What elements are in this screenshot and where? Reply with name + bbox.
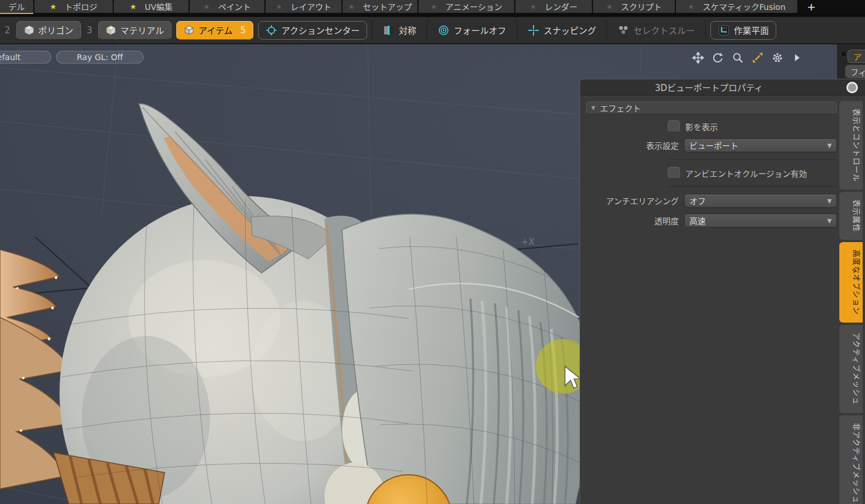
snapping-icon xyxy=(528,24,539,36)
star-icon: ★ xyxy=(688,3,695,10)
select-through-icon xyxy=(618,24,629,36)
panel-side-tabs: 表示とコントロール 表示属性 高度なオプション アクティブメッシュ 非アクティブ… xyxy=(839,101,863,504)
tab-label: アニメーション xyxy=(445,1,502,12)
chevron-down-icon: ▼ xyxy=(827,142,832,149)
falloff-icon xyxy=(438,24,449,36)
tab-label: スクリプト xyxy=(621,1,662,12)
toolbar-separator xyxy=(372,20,372,40)
axis-x-label: +X xyxy=(521,237,535,247)
star-icon: ★ xyxy=(50,3,57,10)
display-settings-label: 表示設定 xyxy=(586,139,684,151)
tab-animation[interactable]: ★ アニメーション xyxy=(418,0,514,13)
shading-preset-button[interactable]: efault xyxy=(0,51,51,64)
divider xyxy=(668,159,837,160)
panel-radio-button[interactable] xyxy=(846,82,858,93)
polygons-mode-button[interactable]: ポリゴン xyxy=(16,21,81,40)
ambient-occlusion-group: アンビエントオクルージョン有効 xyxy=(662,167,807,179)
settings-gear-icon[interactable] xyxy=(771,51,784,64)
modo-app-window: デル ★ トポロジ ★ UV編集 ★ ペイント ★ レイアウト ★ セットアップ… xyxy=(0,0,865,504)
tab-setup[interactable]: ★ セットアップ xyxy=(343,0,417,13)
raygl-toggle-button[interactable]: Ray GL: Off xyxy=(56,51,144,64)
show-shadows-row: 影を表示 xyxy=(586,120,837,132)
zoom-icon[interactable] xyxy=(731,51,744,64)
select-through-button[interactable]: セレクトスルー xyxy=(612,21,700,40)
side-tab-inactive-mesh[interactable]: 非アクティブメッシュ xyxy=(839,415,863,504)
display-settings-row: 表示設定 ビューポート ▼ xyxy=(586,138,837,152)
chevron-down-icon: ▼ xyxy=(827,218,832,224)
toolbar-separator xyxy=(427,20,427,40)
transparency-row: 透明度 高速 ▼ xyxy=(586,214,837,228)
tab-layout[interactable]: ★ レイアウト xyxy=(266,0,341,13)
transparency-value: 高速 xyxy=(689,215,827,226)
tab-script[interactable]: ★ スクリプト xyxy=(593,0,675,13)
ambient-occlusion-row: アンビエントオクルージョン有効 xyxy=(586,167,837,179)
tab-label: スケマティックFusion xyxy=(703,1,786,12)
toolbar-separator xyxy=(517,20,517,40)
action-center-label: アクションセンター xyxy=(281,24,360,36)
ambient-occlusion-checkbox[interactable] xyxy=(668,167,680,179)
dock-dot-icon[interactable] xyxy=(840,51,847,57)
action-center-icon xyxy=(266,24,277,36)
maximize-icon[interactable] xyxy=(751,51,764,64)
cube-icon xyxy=(24,25,34,36)
chevron-down-icon: ▼ xyxy=(827,198,832,204)
dock-tab-filter[interactable]: フィル xyxy=(845,65,865,78)
symmetry-icon xyxy=(383,24,395,36)
expand-arrow-icon[interactable] xyxy=(791,51,804,64)
tab-model[interactable]: デル xyxy=(0,0,33,14)
dock-tab-items[interactable]: ア xyxy=(847,50,865,63)
cube-icon xyxy=(184,25,194,36)
side-tab-display-attributes[interactable]: 表示属性 xyxy=(839,192,863,240)
tab-render[interactable]: ★ レンダー xyxy=(515,0,592,13)
panel-title-bar: 3Dビューポートプロパティ xyxy=(580,79,865,96)
show-shadows-checkbox[interactable] xyxy=(668,120,680,132)
show-shadows-group: 影を表示 xyxy=(662,120,718,132)
display-settings-value: ビューポート xyxy=(689,139,827,151)
tab-topology[interactable]: ★ トポロジ xyxy=(34,0,113,13)
snapping-label: スナッピング xyxy=(543,24,596,36)
tab-schematic-fusion[interactable]: ★ スケマティックFusion xyxy=(676,0,797,13)
materials-mode-button[interactable]: マテリアル xyxy=(98,21,172,40)
cube-icon xyxy=(106,25,116,36)
material-count: 3 xyxy=(86,25,94,36)
antialiasing-row: アンチエリアシング オフ ▼ xyxy=(586,194,837,208)
panel-title: 3Dビューポートプロパティ xyxy=(580,81,838,93)
action-center-button[interactable]: アクションセンター xyxy=(258,21,367,40)
star-icon: ★ xyxy=(430,3,437,10)
orbit-icon[interactable] xyxy=(711,51,724,64)
star-icon: ★ xyxy=(348,3,355,10)
collapse-triangle-icon: ▼ xyxy=(591,105,595,111)
effects-section-header[interactable]: ▼ エフェクト xyxy=(586,102,837,114)
antialiasing-dropdown[interactable]: オフ ▼ xyxy=(684,194,837,208)
side-tab-advanced-options[interactable]: 高度なオプション xyxy=(839,242,863,323)
tab-uv-edit[interactable]: ★ UV編集 xyxy=(114,0,189,13)
tab-label: レンダー xyxy=(545,1,577,12)
star-icon: ★ xyxy=(203,3,210,10)
tab-label: ペイント xyxy=(218,1,251,12)
show-shadows-label: 影を表示 xyxy=(685,121,718,132)
transparency-label: 透明度 xyxy=(586,215,684,226)
tab-label: トポロジ xyxy=(65,1,97,12)
falloff-label: フォールオフ xyxy=(454,24,506,36)
panel-content: ▼ エフェクト 影を表示 表示設定 ビューポート ▼ xyxy=(580,96,865,228)
select-through-label: セレクトスルー xyxy=(633,24,695,36)
star-icon: ★ xyxy=(606,3,613,10)
work-plane-button[interactable]: 作業平面 xyxy=(710,21,776,40)
polygons-label: ポリゴン xyxy=(39,24,74,36)
mode-toolbar: 2 ポリゴン 3 マテリアル アイテム 5 アクションセンター xyxy=(0,14,865,44)
toolbar-separator xyxy=(705,20,706,40)
side-tab-display-controls[interactable]: 表示とコントロール xyxy=(839,101,863,190)
symmetry-button[interactable]: 対称 xyxy=(377,21,422,40)
viewport-properties-panel: 3Dビューポートプロパティ ▼ エフェクト 影を表示 表示設定 ビューポート xyxy=(580,79,865,504)
items-mode-button[interactable]: アイテム 5 xyxy=(176,21,253,40)
add-tab-button[interactable]: + xyxy=(798,0,824,13)
pan-icon[interactable] xyxy=(692,51,704,64)
falloff-button[interactable]: フォールオフ xyxy=(432,21,512,40)
transparency-dropdown[interactable]: 高速 ▼ xyxy=(684,214,837,228)
side-tab-active-mesh[interactable]: アクティブメッシュ xyxy=(839,325,863,413)
polygon-count: 2 xyxy=(4,25,12,36)
star-icon: ★ xyxy=(275,3,282,10)
display-settings-dropdown[interactable]: ビューポート ▼ xyxy=(684,138,837,152)
tab-paint[interactable]: ★ ペイント xyxy=(190,0,264,13)
snapping-button[interactable]: スナッピング xyxy=(522,21,602,40)
